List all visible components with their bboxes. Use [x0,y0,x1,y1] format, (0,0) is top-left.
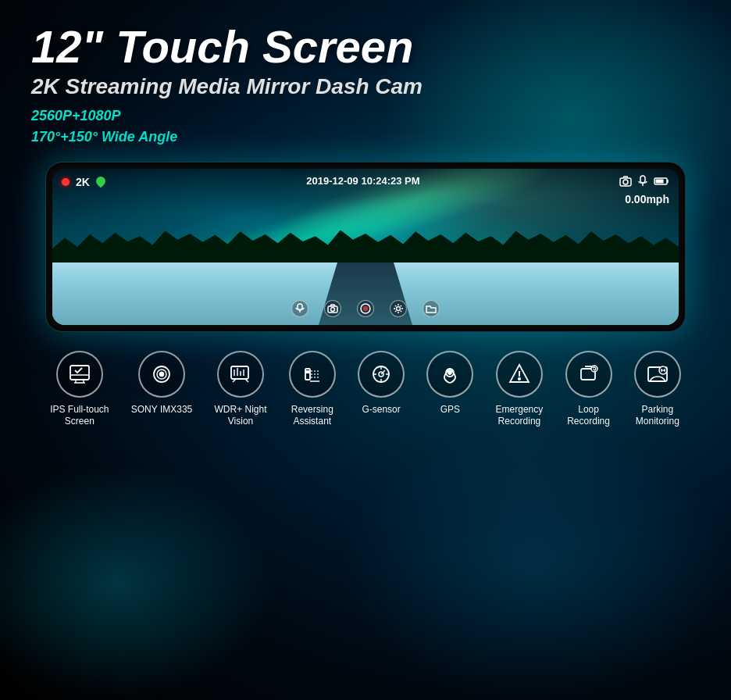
features-section: IPS Full-touchScreen SONY IMX335 [31,351,700,428]
svg-point-13 [363,306,368,311]
hud-camera-button [324,300,341,317]
sony-imx-label: SONY IMX335 [131,404,192,416]
emergency-rec-icon [496,351,543,398]
svg-rect-15 [70,366,89,380]
recording-indicator [62,178,70,186]
mirror-screen: 2K 2019-12-09 10:24:23 PM [52,169,679,325]
feature-parking-mon: ParkingMonitoring [634,351,681,428]
speed-display: 0.00mph [625,193,669,205]
hud-bottom-controls [291,300,440,317]
page-title: 12" Touch Screen [31,23,700,71]
hud-settings-button [390,300,407,317]
feature-ips-screen: IPS Full-touchScreen [50,351,109,428]
parking-mon-label: ParkingMonitoring [636,404,679,428]
reversing-label: ReversingAssistant [291,404,333,428]
feature-sony-imx: SONY IMX335 [131,351,192,416]
background: 12" Touch Screen 2K Streaming Media Mirr… [0,0,731,700]
gsensor-icon [358,351,405,398]
parking-mon-icon [634,351,681,398]
product-subtitle: 2K Streaming Media Mirror Dash Cam [31,74,700,99]
reversing-icon [289,351,336,398]
spec-angle: 170°+150° Wide Angle [31,127,700,148]
spec-resolution: 2560P+1080P [31,105,700,127]
svg-rect-26 [305,370,310,373]
feature-gps: GPS [426,351,473,416]
battery-icon [654,176,669,188]
svg-rect-2 [640,176,645,183]
gsensor-label: G-sensor [362,404,400,416]
resolution-label: 2K [76,176,90,188]
wdr-night-label: WDR+ NightVision [215,404,267,428]
hud-mic-button [291,300,308,317]
hud-files-button [423,300,440,317]
svg-point-34 [448,371,451,374]
glow-effect-bottom-right [341,427,731,700]
mirror-device: 2K 2019-12-09 10:24:23 PM [45,162,686,332]
camera-icon [619,176,632,189]
hud-top-bar: 2K 2019-12-09 10:24:23 PM [62,175,669,205]
svg-point-19 [160,372,164,376]
svg-point-36 [519,378,520,380]
datetime-display: 2019-12-09 10:24:23 PM [306,175,419,187]
svg-point-38 [591,366,597,372]
status-icons [619,175,669,190]
gps-icon [426,351,473,398]
screen-hud: 2K 2019-12-09 10:24:23 PM [52,169,679,325]
hud-record-button [357,300,374,317]
emergency-rec-label: EmergencyRecording [496,404,544,428]
feature-gsensor: G-sensor [358,351,405,416]
hud-top-left: 2K [62,175,107,189]
map-pin-icon [96,175,107,189]
svg-rect-7 [655,180,663,184]
sony-imx-icon [138,351,185,398]
svg-point-11 [331,307,335,311]
glow-effect-bottom-left [0,466,273,700]
microphone-icon [638,175,647,190]
feature-reversing: ReversingAssistant [289,351,336,428]
main-content: 12" Touch Screen 2K Streaming Media Mirr… [0,0,731,444]
loop-rec-icon [565,351,612,398]
svg-point-14 [397,306,401,310]
mirror-outer-bezel: 2K 2019-12-09 10:24:23 PM [45,162,686,332]
wdr-night-icon [217,351,264,398]
feature-emergency-rec: EmergencyRecording [496,351,544,428]
feature-wdr-night: WDR+ NightVision [215,351,267,428]
svg-point-1 [623,180,628,184]
loop-rec-label: LoopRecording [567,404,610,428]
ips-screen-label: IPS Full-touchScreen [50,404,109,428]
hud-top-right: 0.00mph [619,175,669,205]
gps-label: GPS [440,404,460,416]
ips-screen-icon [56,351,103,398]
feature-loop-rec: LoopRecording [565,351,612,428]
